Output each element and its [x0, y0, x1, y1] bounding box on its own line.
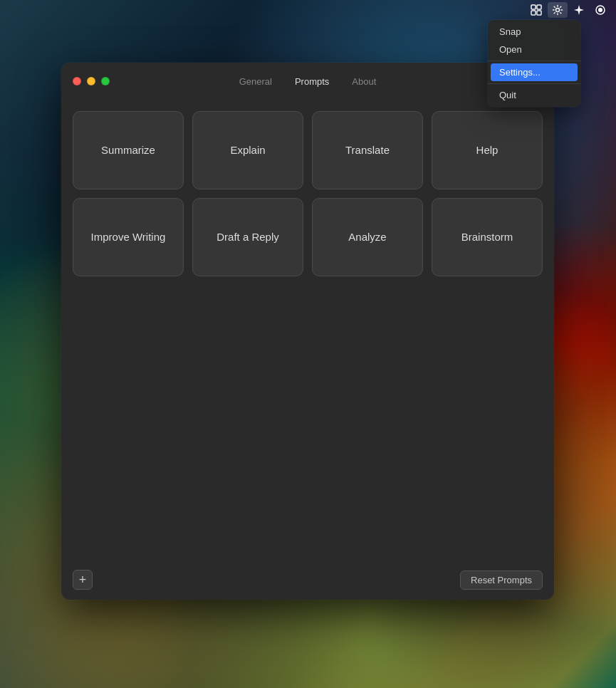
prompt-summarize[interactable]: Summarize [73, 111, 184, 189]
dropdown-menu: Snap Open Settings... Quit [488, 20, 580, 107]
prompt-analyze[interactable]: Analyze [312, 198, 423, 276]
title-bar: General Prompts About [61, 63, 554, 100]
menu-item-quit[interactable]: Quit [488, 86, 580, 104]
menu-item-open[interactable]: Open [488, 41, 580, 58]
tab-about[interactable]: About [340, 73, 387, 90]
maximize-button[interactable] [101, 77, 110, 85]
prompt-improve-writing[interactable]: Improve Writing [73, 198, 184, 276]
record-icon[interactable] [590, 2, 610, 18]
tab-prompts[interactable]: Prompts [283, 73, 340, 90]
prompt-brainstorm[interactable]: Brainstorm [432, 198, 543, 276]
menu-item-settings[interactable]: Settings... [491, 63, 578, 81]
tab-general[interactable]: General [228, 73, 283, 90]
reset-prompts-button[interactable]: Reset Prompts [460, 570, 543, 590]
svg-rect-0 [531, 5, 536, 9]
menu-item-snap[interactable]: Snap [488, 23, 580, 41]
svg-rect-3 [537, 11, 541, 15]
app-window: General Prompts About Summarize Explain … [61, 63, 554, 600]
traffic-lights [73, 77, 110, 85]
settings-menubar-icon[interactable] [548, 2, 568, 18]
minimize-button[interactable] [87, 77, 95, 85]
capture-icon[interactable] [526, 2, 546, 18]
svg-point-6 [598, 8, 602, 12]
menubar [526, 0, 616, 20]
prompt-translate[interactable]: Translate [312, 111, 423, 189]
tab-bar: General Prompts About [228, 73, 388, 90]
close-button[interactable] [73, 77, 81, 85]
svg-point-4 [556, 9, 560, 12]
menu-separator-2 [488, 83, 580, 84]
content-area: Summarize Explain Translate Help Improve… [61, 100, 554, 560]
svg-rect-1 [537, 5, 541, 9]
prompt-explain[interactable]: Explain [192, 111, 303, 189]
svg-rect-2 [531, 11, 536, 15]
prompt-help[interactable]: Help [432, 111, 543, 189]
add-prompt-button[interactable]: + [73, 570, 93, 590]
prompt-grid: Summarize Explain Translate Help Improve… [73, 111, 543, 288]
prompt-draft-reply[interactable]: Draft a Reply [192, 198, 303, 276]
bottom-bar: + Reset Prompts [61, 560, 554, 600]
sparkle-icon[interactable] [569, 2, 589, 18]
menu-separator [488, 61, 580, 61]
